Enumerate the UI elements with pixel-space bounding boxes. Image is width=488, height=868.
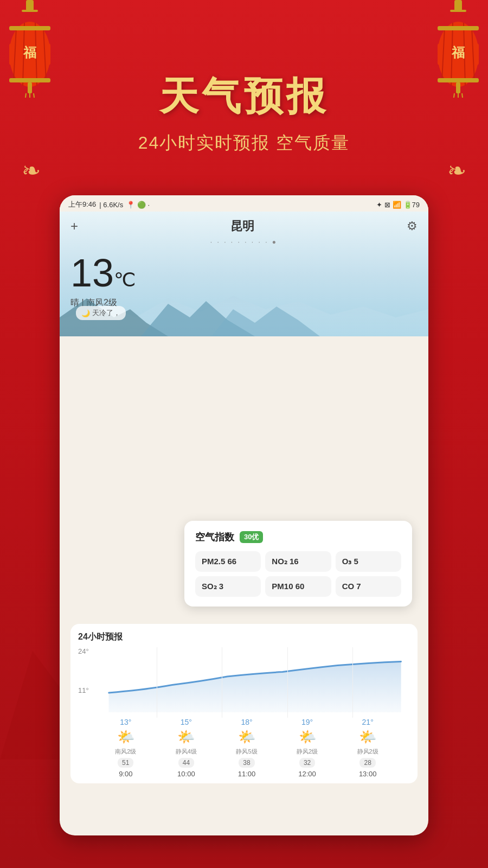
forecast-col-0: 13° 🌤️ 南风2级 51 9:00	[95, 718, 156, 778]
header-top: + 昆明 ⚙	[70, 218, 418, 234]
air-o3: O₃ 5	[336, 551, 401, 572]
page-dots: · · · · · · · · · ●	[70, 237, 418, 246]
air-so2: SO₂ 3	[195, 576, 261, 597]
temp-3: 19°	[301, 718, 313, 726]
svg-text:福: 福	[23, 45, 36, 60]
svg-text:福: 福	[451, 45, 465, 60]
time-1: 10:00	[177, 770, 195, 778]
settings-button[interactable]: ⚙	[407, 219, 418, 233]
svg-rect-15	[454, 0, 462, 11]
temp-4: 21°	[362, 718, 374, 726]
icon-0: 🌤️	[117, 729, 134, 745]
icon-3: 🌤️	[299, 729, 316, 745]
forecast-col-4: 21° 🌤️ 静风2级 28 13:00	[337, 718, 398, 778]
forecast-chart: 24° 11°	[70, 647, 418, 718]
air-quality-grid: PM2.5 66 NO₂ 16 O₃ 5 SO₂ 3 PM10 60 CO 7	[195, 551, 401, 597]
chart-low-label: 11°	[78, 686, 89, 694]
battery-icon: 🔋79	[403, 201, 420, 209]
status-network: | 6.6K/s	[99, 201, 123, 209]
temp-0: 13°	[120, 718, 131, 726]
add-city-button[interactable]: +	[70, 219, 78, 234]
city-name: 昆明	[230, 218, 254, 234]
bluetooth-icon: ✦	[376, 201, 382, 209]
humidity-0: 51	[118, 758, 133, 768]
svg-rect-8	[9, 26, 50, 30]
air-quality-title: 空气指数	[195, 531, 234, 544]
app-subtitle: 24小时实时预报 空气质量	[0, 131, 488, 155]
temp-1: 15°	[181, 718, 192, 726]
left-swirl: ❧	[22, 157, 41, 184]
wind-2: 静风5级	[236, 748, 257, 756]
time-0: 9:00	[119, 770, 132, 778]
page-dots-indicator: · · · · · · · · · ●	[210, 238, 278, 246]
time-2: 11:00	[238, 770, 256, 778]
wifi-icon: 📶	[393, 201, 401, 209]
right-swirl: ❧	[447, 157, 466, 184]
air-co: CO 7	[336, 576, 401, 597]
time-3: 12:00	[298, 770, 316, 778]
forecast-col-3: 19° 🌤️ 静风2级 32 12:00	[277, 718, 338, 778]
status-right: ✦ ⊠ 📶 🔋79	[376, 201, 420, 209]
phone-card: 上午9:46 | 6.6K/s 📍 🟢 · ✦ ⊠ 📶 🔋79 + 昆明 ⚙ ·…	[60, 195, 428, 835]
air-quality-popup: 空气指数 30优 PM2.5 66 NO₂ 16 O₃ 5 SO₂ 3 PM10…	[184, 521, 412, 607]
status-left: 上午9:46 | 6.6K/s 📍 🟢 ·	[68, 200, 150, 209]
air-no2: NO₂ 16	[265, 551, 331, 572]
forecast-24h-section: 24小时预报 24° 11°	[70, 624, 418, 783]
weather-header: + 昆明 ⚙ · · · · · · · · · ● 13℃ 晴 | 南风2级	[60, 212, 428, 336]
wind-0: 南风2级	[115, 748, 136, 756]
icon-4: 🌤️	[359, 729, 376, 745]
svg-rect-16	[450, 10, 466, 12]
forecast-col-2: 18° 🌤️ 静风5级 38 11:00	[216, 718, 277, 778]
humidity-4: 28	[359, 758, 375, 768]
chart-high-label: 24°	[78, 647, 89, 655]
air-pm10: PM10 60	[265, 576, 331, 597]
icon-2: 🌤️	[238, 729, 255, 745]
icon-1: 🌤️	[177, 729, 195, 745]
forecast-columns: 13° 🌤️ 南风2级 51 9:00 15° 🌤️ 静风4级 44 10:00…	[70, 718, 418, 778]
status-bar: 上午9:46 | 6.6K/s 📍 🟢 · ✦ ⊠ 📶 🔋79	[60, 195, 428, 212]
app-title: 天气预报	[0, 71, 488, 123]
wind-4: 静风2级	[357, 748, 378, 756]
cold-message: 🌙 天冷了，	[76, 306, 126, 320]
humidity-2: 38	[239, 758, 254, 768]
air-pm25: PM2.5 66	[195, 551, 261, 572]
status-time: 上午9:46	[68, 200, 96, 209]
time-4: 13:00	[359, 770, 377, 778]
wind-3: 静风2级	[297, 748, 318, 756]
svg-rect-0	[26, 0, 34, 11]
humidity-1: 44	[178, 758, 194, 768]
swirl-row: ❧ ❧	[0, 157, 488, 184]
forecast-col-1: 15° 🌤️ 静风4级 44 10:00	[156, 718, 217, 778]
temp-2: 18°	[241, 718, 252, 726]
forecast-24h-title: 24小时预报	[70, 631, 418, 647]
svg-rect-1	[22, 10, 38, 12]
status-icons: 📍 🟢 ·	[126, 201, 150, 209]
humidity-3: 32	[299, 758, 315, 768]
signal-icon: ⊠	[384, 201, 390, 209]
air-quality-badge: 30优	[240, 531, 263, 543]
svg-rect-23	[438, 26, 479, 30]
title-section: 天气预报 24小时实时预报 空气质量	[0, 71, 488, 155]
air-quality-header: 空气指数 30优	[195, 531, 401, 544]
wind-1: 静风4级	[176, 748, 197, 756]
